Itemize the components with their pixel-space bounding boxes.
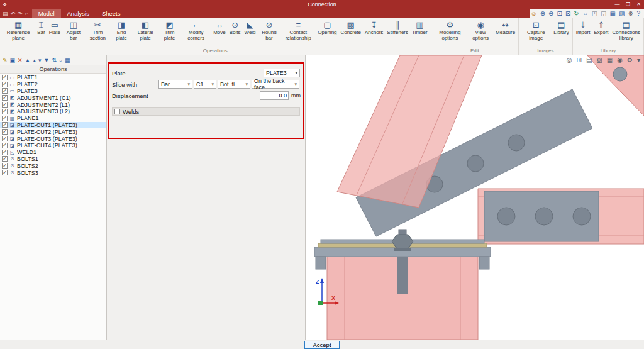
- tree-item[interactable]: ✓ ▭ PLATE1: [0, 74, 106, 81]
- tab-sheets[interactable]: Sheets: [96, 9, 127, 18]
- close-button[interactable]: ✕: [633, 0, 644, 9]
- settings-icon[interactable]: ⚙: [628, 9, 633, 18]
- view-settings-icon[interactable]: ⚙: [627, 57, 633, 64]
- tree-item[interactable]: ✓ ◩ ADJUSTMENT2 (L1): [0, 101, 106, 108]
- item-checkbox[interactable]: ✓: [2, 88, 8, 94]
- maximize-button[interactable]: ❒: [623, 0, 633, 9]
- adjust-bar-button[interactable]: ◫ Adjust bar: [62, 19, 85, 42]
- bar-button[interactable]: ⌶ Bar: [35, 19, 47, 36]
- concrete-button[interactable]: ▩ Concrete: [339, 19, 363, 36]
- minimize-button[interactable]: —: [612, 0, 623, 9]
- capture-image-button[interactable]: ⊡ Capture image: [520, 19, 552, 42]
- search-icon[interactable]: ⌕: [25, 10, 28, 17]
- anchors-button[interactable]: ↧ Anchors: [363, 19, 385, 36]
- slice-face-select[interactable]: On the back face ▾: [252, 80, 299, 89]
- tab-analysis[interactable]: Analysis: [61, 9, 96, 18]
- export-button[interactable]: ⇑ Export: [592, 19, 610, 36]
- timber-button[interactable]: ▥ Timber: [410, 19, 430, 36]
- more-options-icon[interactable]: ▾: [637, 57, 640, 64]
- tree-item[interactable]: ✓ ▦ PLANE1: [0, 115, 106, 122]
- modelling-options-button[interactable]: ⚙ Modelling options: [433, 19, 467, 42]
- move-button[interactable]: ↔ Move: [211, 19, 228, 36]
- fit-view-icon[interactable]: ⊞: [577, 57, 582, 64]
- print-view-icon[interactable]: ▤: [586, 57, 592, 64]
- pan-view-icon[interactable]: ⇔: [582, 9, 589, 18]
- undo-icon[interactable]: ↶: [11, 11, 16, 17]
- reference-plane-button[interactable]: ▦ Reference plane: [1, 19, 35, 42]
- item-checkbox[interactable]: ✓: [2, 136, 8, 141]
- user-icon[interactable]: ☺: [530, 9, 536, 18]
- move-up-icon[interactable]: ▴: [33, 55, 36, 65]
- contact-relationship-button[interactable]: ≡ Contact relationship: [280, 19, 316, 42]
- view-iso-icon[interactable]: ◲: [601, 9, 606, 18]
- displacement-input[interactable]: [260, 91, 289, 100]
- slice-member-select[interactable]: C1 ▾: [194, 80, 216, 89]
- tree-item[interactable]: ✓ ⊙ BOLTS2: [0, 162, 106, 169]
- tree-item[interactable]: ✓ ⊙ BOLTS1: [0, 156, 106, 163]
- slice-part-select[interactable]: Bot. fl. ▾: [218, 80, 250, 89]
- zoom-all-icon[interactable]: ⊠: [565, 9, 570, 18]
- item-checkbox[interactable]: ✓: [2, 95, 8, 101]
- item-checkbox[interactable]: ✓: [2, 129, 8, 135]
- table-view-icon[interactable]: ▦: [65, 55, 70, 65]
- tree-item[interactable]: ✓ ▭ PLATE2: [0, 81, 106, 88]
- tree-item[interactable]: ✓ ◩ ADJUSTMENT3 (L2): [0, 108, 106, 115]
- sort-icon[interactable]: ⇅: [52, 55, 57, 65]
- item-checkbox[interactable]: ✓: [2, 163, 8, 169]
- trim-section-button[interactable]: ✂ Trim section: [85, 19, 111, 42]
- view-options-button[interactable]: ◉ View options: [467, 19, 494, 42]
- item-checkbox[interactable]: ✓: [2, 156, 8, 162]
- tree-item[interactable]: ✓ ◩ ADJUSTMENT1 (C1): [0, 94, 106, 101]
- plate-select[interactable]: PLATE3 ▾: [264, 69, 300, 77]
- lateral-plate-button[interactable]: ◧ Lateral plate: [132, 19, 158, 42]
- solid-view-icon[interactable]: ▧: [619, 9, 625, 18]
- orientation-icon[interactable]: ◎: [567, 57, 572, 64]
- plate-button[interactable]: ▭ Plate: [47, 19, 62, 36]
- connection-3d-model[interactable]: [306, 55, 644, 340]
- copy-operation-icon[interactable]: ▣: [10, 55, 16, 65]
- import-button[interactable]: ⇓ Import: [574, 19, 592, 36]
- bolts-button[interactable]: ⊙ Bolts: [228, 19, 243, 36]
- item-checkbox[interactable]: ✓: [2, 82, 8, 87]
- tree-item[interactable]: ✓ ▭ PLATE3: [0, 88, 106, 95]
- grid-mode-icon[interactable]: ▦: [607, 57, 613, 64]
- accept-button[interactable]: Accept: [304, 341, 339, 349]
- tree-item[interactable]: ✓ ◪ PLATE-CUT3 (PLATE3): [0, 135, 106, 142]
- connections-library-button[interactable]: ▤ Connections library: [611, 19, 642, 42]
- item-checkbox[interactable]: ✓: [2, 150, 8, 155]
- wireframe-icon[interactable]: ▦: [610, 9, 616, 18]
- weld-button[interactable]: ◣ Weld: [242, 19, 257, 36]
- move-down-icon[interactable]: ▾: [38, 55, 42, 65]
- library-button[interactable]: ▤ Library: [552, 19, 570, 36]
- expand-all-icon[interactable]: ▼: [44, 55, 50, 65]
- stiffeners-button[interactable]: ∥ Stiffeners: [385, 19, 410, 36]
- tree-item[interactable]: ✓ ◺ WELD1: [0, 149, 106, 156]
- welds-checkbox[interactable]: [114, 109, 120, 114]
- visibility-icon[interactable]: ◉: [617, 57, 623, 64]
- viewport-3d[interactable]: ◎⊞▤▧▦◉⚙▾ Z X: [306, 55, 644, 340]
- item-checkbox[interactable]: ✓: [2, 109, 8, 114]
- edit-operation-icon[interactable]: ✎: [3, 55, 8, 65]
- help-icon[interactable]: ?: [636, 9, 640, 18]
- round-bar-button[interactable]: ⊘ Round bar: [258, 19, 281, 42]
- opening-button[interactable]: ▢ Opening: [316, 19, 338, 36]
- item-checkbox[interactable]: ✓: [2, 122, 8, 128]
- view-front-icon[interactable]: ◰: [592, 9, 597, 18]
- item-checkbox[interactable]: ✓: [2, 102, 8, 108]
- item-checkbox[interactable]: ✓: [2, 75, 8, 80]
- measure-button[interactable]: ↭ Measure: [494, 19, 517, 36]
- slice-object-select[interactable]: Bar ▾: [158, 80, 192, 89]
- zoom-in-icon[interactable]: ⊕: [540, 9, 545, 18]
- collapse-all-icon[interactable]: ▲: [25, 55, 31, 65]
- solid-mode-icon[interactable]: ▧: [596, 57, 602, 64]
- save-icon[interactable]: ▤: [3, 11, 8, 17]
- item-checkbox[interactable]: ✓: [2, 170, 8, 175]
- end-plate-button[interactable]: ◨ End plate: [111, 19, 132, 42]
- trim-plate-button[interactable]: ◩ Trim plate: [158, 19, 180, 42]
- tree-item[interactable]: ✓ ◪ PLATE-CUT1 (PLATE3): [0, 122, 106, 129]
- rotate-view-icon[interactable]: ↻: [574, 9, 579, 18]
- tree-item[interactable]: ✓ ◪ PLATE-CUT2 (PLATE3): [0, 128, 106, 135]
- tab-model[interactable]: Model: [32, 9, 61, 18]
- item-checkbox[interactable]: ✓: [2, 116, 8, 121]
- delete-operation-icon[interactable]: ✕: [18, 55, 23, 65]
